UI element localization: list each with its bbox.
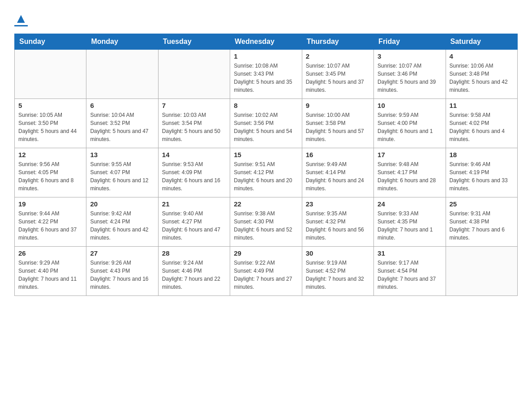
calendar-week-row: 26Sunrise: 9:29 AMSunset: 4:40 PMDayligh… (15, 247, 518, 296)
calendar-day-cell (86, 50, 158, 99)
calendar-day-cell: 13Sunrise: 9:55 AMSunset: 4:07 PMDayligh… (86, 148, 158, 197)
day-info: Sunrise: 9:42 AMSunset: 4:24 PMDaylight:… (90, 210, 154, 242)
day-info: Sunrise: 9:56 AMSunset: 4:05 PMDaylight:… (18, 160, 82, 193)
calendar-day-cell: 29Sunrise: 9:22 AMSunset: 4:49 PMDayligh… (230, 247, 302, 296)
weekday-header-cell: Tuesday (158, 34, 230, 50)
weekday-header-cell: Saturday (446, 34, 517, 50)
day-number: 5 (18, 102, 82, 109)
weekday-header-cell: Friday (374, 34, 446, 50)
calendar-week-row: 5Sunrise: 10:05 AMSunset: 3:50 PMDayligh… (15, 99, 518, 148)
day-info: Sunrise: 9:46 AMSunset: 4:19 PMDaylight:… (450, 160, 514, 193)
calendar-day-cell: 11Sunrise: 9:58 AMSunset: 4:02 PMDayligh… (446, 99, 517, 148)
day-info: Sunrise: 9:33 AMSunset: 4:35 PMDaylight:… (378, 210, 442, 242)
calendar-day-cell: 10Sunrise: 9:59 AMSunset: 4:00 PMDayligh… (374, 99, 446, 148)
calendar-day-cell (158, 50, 230, 99)
calendar-day-cell: 12Sunrise: 9:56 AMSunset: 4:05 PMDayligh… (15, 148, 86, 197)
day-info: Sunrise: 10:07 AMSunset: 3:45 PMDaylight… (306, 62, 370, 94)
day-info: Sunrise: 10:02 AMSunset: 3:56 PMDaylight… (234, 111, 298, 143)
day-info: Sunrise: 9:59 AMSunset: 4:00 PMDaylight:… (378, 111, 442, 143)
day-info: Sunrise: 9:24 AMSunset: 4:46 PMDaylight:… (162, 259, 226, 291)
calendar-week-row: 19Sunrise: 9:44 AMSunset: 4:22 PMDayligh… (15, 197, 518, 247)
day-info: Sunrise: 9:53 AMSunset: 4:09 PMDaylight:… (162, 160, 226, 193)
weekday-header-cell: Wednesday (230, 34, 302, 50)
calendar-day-cell: 19Sunrise: 9:44 AMSunset: 4:22 PMDayligh… (15, 197, 86, 247)
calendar-day-cell: 1Sunrise: 10:08 AMSunset: 3:43 PMDayligh… (230, 50, 302, 99)
day-info: Sunrise: 9:26 AMSunset: 4:43 PMDaylight:… (90, 259, 154, 291)
day-number: 23 (306, 200, 370, 208)
day-info: Sunrise: 9:29 AMSunset: 4:40 PMDaylight:… (18, 259, 82, 291)
day-info: Sunrise: 9:55 AMSunset: 4:07 PMDaylight:… (90, 160, 154, 193)
day-number: 10 (378, 102, 442, 109)
calendar-day-cell: 9Sunrise: 10:00 AMSunset: 3:58 PMDayligh… (302, 99, 373, 148)
calendar-day-cell: 6Sunrise: 10:04 AMSunset: 3:52 PMDayligh… (86, 99, 158, 148)
day-number: 21 (162, 200, 226, 208)
day-info: Sunrise: 10:08 AMSunset: 3:43 PMDaylight… (234, 62, 298, 94)
calendar-day-cell: 26Sunrise: 9:29 AMSunset: 4:40 PMDayligh… (15, 247, 86, 296)
calendar-week-row: 1Sunrise: 10:08 AMSunset: 3:43 PMDayligh… (15, 50, 518, 99)
calendar-day-cell: 20Sunrise: 9:42 AMSunset: 4:24 PMDayligh… (86, 197, 158, 247)
day-number: 9 (306, 102, 370, 109)
calendar-week-row: 12Sunrise: 9:56 AMSunset: 4:05 PMDayligh… (15, 148, 518, 197)
day-number: 12 (18, 151, 82, 158)
day-number: 26 (18, 249, 82, 257)
weekday-header-cell: Thursday (302, 34, 373, 50)
calendar-day-cell: 25Sunrise: 9:31 AMSunset: 4:38 PMDayligh… (446, 197, 517, 247)
calendar-day-cell: 15Sunrise: 9:51 AMSunset: 4:12 PMDayligh… (230, 148, 302, 197)
day-number: 16 (306, 151, 370, 158)
day-number: 6 (90, 102, 154, 109)
day-number: 13 (90, 151, 154, 158)
calendar-day-cell: 2Sunrise: 10:07 AMSunset: 3:45 PMDayligh… (302, 50, 373, 99)
calendar-day-cell: 8Sunrise: 10:02 AMSunset: 3:56 PMDayligh… (230, 99, 302, 148)
calendar-day-cell: 5Sunrise: 10:05 AMSunset: 3:50 PMDayligh… (15, 99, 86, 148)
calendar-day-cell: 17Sunrise: 9:48 AMSunset: 4:17 PMDayligh… (374, 148, 446, 197)
day-number: 11 (450, 102, 514, 109)
day-number: 24 (378, 200, 442, 208)
logo-blue-chevron: ▲ (14, 11, 28, 26)
day-info: Sunrise: 9:17 AMSunset: 4:54 PMDaylight:… (378, 259, 442, 291)
calendar-day-cell: 28Sunrise: 9:24 AMSunset: 4:46 PMDayligh… (158, 247, 230, 296)
calendar-day-cell: 21Sunrise: 9:40 AMSunset: 4:27 PMDayligh… (158, 197, 230, 247)
calendar-day-cell: 4Sunrise: 10:06 AMSunset: 3:48 PMDayligh… (446, 50, 517, 99)
day-info: Sunrise: 9:35 AMSunset: 4:32 PMDaylight:… (306, 210, 370, 242)
day-info: Sunrise: 9:51 AMSunset: 4:12 PMDaylight:… (234, 160, 298, 193)
day-number: 2 (306, 52, 370, 60)
calendar-day-cell: 18Sunrise: 9:46 AMSunset: 4:19 PMDayligh… (446, 148, 517, 197)
calendar-day-cell: 31Sunrise: 9:17 AMSunset: 4:54 PMDayligh… (374, 247, 446, 296)
calendar-body: 1Sunrise: 10:08 AMSunset: 3:43 PMDayligh… (15, 50, 518, 296)
calendar-day-cell: 3Sunrise: 10:07 AMSunset: 3:46 PMDayligh… (374, 50, 446, 99)
day-number: 3 (378, 52, 442, 60)
calendar-day-cell: 30Sunrise: 9:19 AMSunset: 4:52 PMDayligh… (302, 247, 373, 296)
day-number: 29 (234, 249, 298, 257)
weekday-header-row: SundayMondayTuesdayWednesdayThursdayFrid… (15, 34, 518, 50)
day-info: Sunrise: 10:03 AMSunset: 3:54 PMDaylight… (162, 111, 226, 143)
day-info: Sunrise: 9:44 AMSunset: 4:22 PMDaylight:… (18, 210, 82, 242)
calendar-day-cell: 16Sunrise: 9:49 AMSunset: 4:14 PMDayligh… (302, 148, 373, 197)
logo: ▲ (14, 11, 28, 26)
calendar-day-cell: 22Sunrise: 9:38 AMSunset: 4:30 PMDayligh… (230, 197, 302, 247)
day-number: 1 (234, 52, 298, 60)
calendar-day-cell: 14Sunrise: 9:53 AMSunset: 4:09 PMDayligh… (158, 148, 230, 197)
day-number: 19 (18, 200, 82, 208)
calendar-day-cell: 24Sunrise: 9:33 AMSunset: 4:35 PMDayligh… (374, 197, 446, 247)
day-info: Sunrise: 10:00 AMSunset: 3:58 PMDaylight… (306, 111, 370, 143)
day-number: 31 (378, 249, 442, 257)
calendar-table: SundayMondayTuesdayWednesdayThursdayFrid… (14, 34, 518, 296)
day-number: 17 (378, 151, 442, 158)
day-info: Sunrise: 9:58 AMSunset: 4:02 PMDaylight:… (450, 111, 514, 143)
day-number: 4 (450, 52, 514, 60)
day-info: Sunrise: 10:07 AMSunset: 3:46 PMDaylight… (378, 62, 442, 94)
day-info: Sunrise: 10:06 AMSunset: 3:48 PMDaylight… (450, 62, 514, 94)
weekday-header-cell: Sunday (15, 34, 86, 50)
day-number: 22 (234, 200, 298, 208)
day-number: 14 (162, 151, 226, 158)
day-info: Sunrise: 9:48 AMSunset: 4:17 PMDaylight:… (378, 160, 442, 193)
calendar-day-cell (446, 247, 517, 296)
day-number: 25 (450, 200, 514, 208)
logo-underline (14, 25, 28, 26)
day-number: 18 (450, 151, 514, 158)
day-info: Sunrise: 9:40 AMSunset: 4:27 PMDaylight:… (162, 210, 226, 242)
calendar-day-cell (15, 50, 86, 99)
calendar-day-cell: 27Sunrise: 9:26 AMSunset: 4:43 PMDayligh… (86, 247, 158, 296)
day-number: 28 (162, 249, 226, 257)
day-number: 27 (90, 249, 154, 257)
